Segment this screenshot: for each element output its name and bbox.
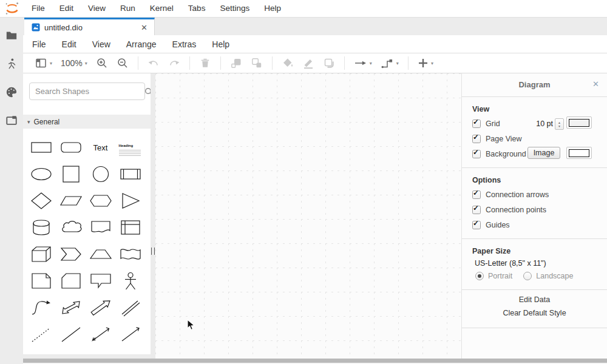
waypoints-icon bbox=[381, 57, 394, 69]
shape-dashed-line[interactable] bbox=[26, 321, 56, 348]
toolbar-shadow[interactable] bbox=[323, 57, 335, 69]
shape-tape[interactable] bbox=[115, 241, 145, 268]
paper-size-select[interactable]: US-Letter (8,5" x 11") bbox=[462, 258, 607, 269]
portrait-radio[interactable] bbox=[475, 272, 484, 280]
grid-checkbox[interactable]: ✓ bbox=[472, 120, 481, 128]
jl-menu-file[interactable]: File bbox=[24, 0, 52, 17]
toolbar-redo[interactable] bbox=[168, 57, 180, 69]
grid-size-stepper[interactable]: ▲▼ bbox=[555, 118, 564, 130]
shape-search-input[interactable] bbox=[30, 87, 144, 96]
jl-menu-kernel[interactable]: Kernel bbox=[143, 0, 181, 17]
edit-data-link[interactable]: Edit Data bbox=[462, 290, 607, 306]
shape-card[interactable] bbox=[56, 268, 86, 294]
toolbar-separator bbox=[220, 56, 221, 70]
shape-document[interactable] bbox=[86, 214, 115, 241]
jl-menu-run[interactable]: Run bbox=[113, 0, 143, 17]
shape-parallelogram[interactable] bbox=[56, 187, 86, 214]
toolbar-view-options[interactable]: ▾ bbox=[35, 57, 52, 69]
open-tabs-icon[interactable] bbox=[0, 109, 23, 132]
shape-callout[interactable] bbox=[86, 268, 115, 294]
shape-link[interactable] bbox=[115, 294, 145, 321]
shape-bidirectional-arrow[interactable] bbox=[56, 294, 86, 321]
tab-close-icon[interactable]: ✕ bbox=[139, 23, 149, 32]
shape-trapezoid[interactable] bbox=[86, 241, 115, 268]
shape-step[interactable] bbox=[56, 241, 86, 268]
shape-ellipse[interactable] bbox=[26, 161, 56, 187]
toolbar-delete[interactable] bbox=[199, 57, 211, 69]
shape-internal-storage[interactable] bbox=[115, 214, 145, 241]
drawio-menu-file[interactable]: File bbox=[24, 39, 54, 49]
drawio-menu-arrange[interactable]: Arrange bbox=[118, 39, 164, 49]
shape-rectangle[interactable] bbox=[26, 134, 56, 161]
shape-triangle[interactable] bbox=[115, 187, 145, 214]
shape-text[interactable]: Text bbox=[86, 134, 115, 161]
divider-handle-icon[interactable] bbox=[151, 248, 155, 255]
toolbar-fill-color[interactable] bbox=[282, 57, 294, 69]
drawio-menu-view[interactable]: View bbox=[84, 39, 118, 49]
files-icon[interactable] bbox=[0, 24, 23, 47]
toolbar-undo[interactable] bbox=[148, 57, 160, 69]
option-connection-arrows-checkbox[interactable]: ✓ bbox=[472, 190, 481, 199]
stepper-down-icon[interactable]: ▼ bbox=[558, 124, 561, 128]
toolbar-waypoints[interactable]: ▾ bbox=[381, 57, 399, 69]
check-icon: ✓ bbox=[473, 219, 479, 228]
toolbar-connection-style[interactable]: ▾ bbox=[354, 57, 372, 69]
panel-divider[interactable] bbox=[151, 73, 155, 359]
section-general[interactable]: ▾ General bbox=[23, 115, 151, 129]
shape-rounded-rectangle[interactable] bbox=[56, 134, 86, 161]
drawio-menu-help[interactable]: Help bbox=[204, 39, 237, 49]
page-view-checkbox[interactable]: ✓ bbox=[472, 135, 481, 143]
jl-menu-view[interactable]: View bbox=[81, 0, 113, 17]
diagram-canvas[interactable] bbox=[155, 73, 461, 359]
background-checkbox[interactable]: ✓ bbox=[472, 150, 481, 158]
toolbar-line-color[interactable] bbox=[302, 57, 314, 69]
connection-style-icon bbox=[354, 57, 367, 69]
running-sessions-icon[interactable] bbox=[0, 52, 23, 75]
shape-process[interactable] bbox=[115, 161, 145, 187]
shape-bidirectional-connector[interactable] bbox=[86, 321, 115, 348]
dock-tab-bar: untitled.dio ✕ bbox=[23, 18, 607, 36]
shape-circle[interactable] bbox=[86, 161, 115, 187]
toolbar-zoom-in[interactable] bbox=[96, 57, 108, 69]
format-panel-close-icon[interactable]: ✕ bbox=[592, 79, 599, 89]
toolbar-zoom-out[interactable] bbox=[117, 57, 129, 69]
jl-menu-settings[interactable]: Settings bbox=[212, 0, 257, 17]
clear-default-style-link[interactable]: Clear Default Style bbox=[462, 306, 607, 319]
sidebar-bottom-strip bbox=[23, 354, 155, 359]
toolbar-to-back[interactable] bbox=[251, 57, 263, 69]
option-guides-checkbox[interactable]: ✓ bbox=[472, 221, 481, 229]
grid-color-swatch[interactable] bbox=[566, 116, 592, 129]
tab-untitled-dio[interactable]: untitled.dio ✕ bbox=[24, 18, 155, 35]
toolbar-insert[interactable]: ▾ bbox=[418, 58, 433, 69]
shape-hexagon[interactable] bbox=[86, 187, 115, 214]
check-icon: ✓ bbox=[473, 133, 479, 141]
drawio-menu-extras[interactable]: Extras bbox=[164, 39, 205, 49]
shape-cube[interactable] bbox=[26, 241, 56, 268]
background-color-swatch[interactable] bbox=[566, 147, 592, 159]
shape-cylinder[interactable] bbox=[26, 214, 56, 241]
shape-directional-connector[interactable] bbox=[115, 321, 145, 348]
shape-square[interactable] bbox=[56, 161, 86, 187]
horizontal-scrollbar[interactable] bbox=[23, 359, 607, 363]
dropdown-caret-icon: ▾ bbox=[85, 61, 87, 66]
shape-search-box bbox=[29, 83, 145, 100]
shape-curve[interactable] bbox=[26, 294, 56, 321]
grid-size-value[interactable]: 10 pt bbox=[536, 120, 553, 128]
shape-actor[interactable] bbox=[115, 268, 145, 294]
landscape-radio[interactable] bbox=[523, 272, 532, 280]
drawio-menu-edit[interactable]: Edit bbox=[54, 39, 84, 49]
toolbar-to-front[interactable] bbox=[230, 57, 242, 69]
jl-menu-help[interactable]: Help bbox=[257, 0, 288, 17]
palette-icon[interactable] bbox=[0, 81, 23, 104]
shape-diamond[interactable] bbox=[26, 187, 56, 214]
shape-textbox[interactable]: Heading bbox=[115, 134, 145, 161]
shape-line[interactable] bbox=[56, 321, 86, 348]
jl-menu-edit[interactable]: Edit bbox=[52, 0, 81, 17]
jl-menu-tabs[interactable]: Tabs bbox=[181, 0, 213, 17]
shape-arrow[interactable] bbox=[86, 294, 115, 321]
shape-note[interactable] bbox=[26, 268, 56, 294]
option-connection-points-checkbox[interactable]: ✓ bbox=[472, 206, 481, 214]
background-image-button[interactable]: Image bbox=[527, 147, 560, 159]
toolbar-zoom-level[interactable]: 100%▾ bbox=[61, 58, 87, 68]
shape-cloud[interactable] bbox=[56, 214, 86, 241]
